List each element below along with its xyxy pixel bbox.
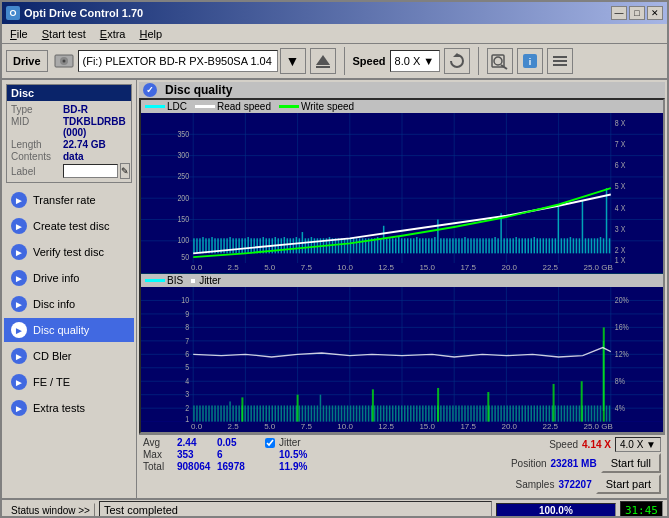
sidebar-item-drive-info[interactable]: ► Drive info (4, 266, 134, 290)
svg-rect-328 (524, 406, 526, 422)
menu-bar: File Start test Extra Help (2, 24, 667, 44)
svg-rect-167 (561, 238, 563, 253)
svg-rect-349 (588, 406, 590, 422)
info-button[interactable]: i (517, 48, 543, 74)
chart-title-bar: ✓ Disc quality (139, 82, 665, 98)
svg-rect-159 (537, 238, 539, 253)
bis-legend: BIS (145, 275, 183, 286)
svg-rect-95 (344, 238, 346, 253)
start-full-button[interactable]: Start full (601, 453, 661, 473)
extra-tests-icon: ► (11, 400, 27, 416)
jitter-avg: 10.5% (279, 449, 307, 460)
sidebar-item-create-test-disc[interactable]: ► Create test disc (4, 214, 134, 238)
svg-rect-218 (193, 406, 195, 422)
drive-select: (Fi:) PLEXTOR BD-R PX-B950SA 1.04 ▼ (52, 48, 306, 74)
svg-rect-135 (464, 237, 466, 253)
jitter-checkbox[interactable] (265, 438, 275, 448)
svg-rect-172 (576, 238, 578, 253)
sidebar-item-fe-te[interactable]: ► FE / TE (4, 370, 134, 394)
jitter-legend: Jitter (191, 275, 221, 286)
config-button[interactable] (547, 48, 573, 74)
svg-rect-56 (226, 238, 228, 253)
speed-unit-dropdown[interactable]: 4.0 X ▼ (615, 437, 661, 452)
status-bar: Status window >> Test completed 100.0% 3… (2, 498, 667, 518)
svg-rect-138 (473, 238, 475, 253)
svg-rect-282 (386, 406, 388, 422)
sidebar-item-cd-bler[interactable]: ► CD Bler (4, 344, 134, 368)
toolbar-separator-1 (344, 47, 345, 75)
menu-extra[interactable]: Extra (94, 26, 132, 42)
svg-rect-134 (461, 238, 463, 253)
svg-text:2 X: 2 X (615, 246, 626, 256)
svg-rect-179 (597, 238, 599, 253)
status-window-button[interactable]: Status window >> (6, 503, 95, 518)
progress-bar: 100.0% (496, 503, 616, 517)
stats-bar: Avg 2.44 0.05 Max 353 6 Total 908064 169… (139, 434, 665, 496)
maximize-button[interactable]: □ (629, 6, 645, 20)
svg-rect-139 (476, 238, 478, 253)
svg-rect-12 (553, 60, 567, 62)
drive-dropdown-arrow[interactable]: ▼ (280, 48, 306, 74)
svg-rect-177 (591, 238, 593, 253)
svg-rect-125 (434, 237, 436, 253)
svg-marker-3 (316, 55, 330, 65)
svg-rect-288 (404, 406, 406, 422)
speed-stat-label: Speed (549, 439, 578, 450)
svg-rect-258 (314, 406, 316, 422)
scan-button[interactable] (487, 48, 513, 74)
svg-rect-303 (449, 406, 451, 422)
svg-rect-64 (250, 238, 252, 253)
speed-dropdown[interactable]: 8.0 X ▼ (390, 50, 440, 72)
svg-rect-171 (573, 238, 575, 253)
write-speed-label: Write speed (301, 101, 354, 112)
svg-rect-305 (455, 406, 457, 422)
svg-text:7 X: 7 X (615, 139, 626, 149)
svg-rect-306 (458, 406, 460, 422)
sidebar-item-disc-quality[interactable]: ► Disc quality (4, 318, 134, 342)
label-input[interactable] (63, 164, 118, 178)
svg-rect-239 (256, 406, 258, 422)
create-test-disc-icon: ► (11, 218, 27, 234)
eject-button[interactable] (310, 48, 336, 74)
svg-rect-325 (515, 406, 517, 422)
svg-rect-231 (232, 406, 234, 422)
svg-rect-243 (268, 406, 270, 422)
svg-rect-304 (452, 406, 454, 422)
close-button[interactable]: ✕ (647, 6, 663, 20)
refresh-button[interactable] (444, 48, 470, 74)
svg-rect-324 (512, 406, 514, 422)
label-edit-button[interactable]: ✎ (120, 163, 130, 179)
start-part-button[interactable]: Start part (596, 474, 661, 494)
svg-rect-60 (238, 238, 240, 253)
title-bar: O Opti Drive Control 1.70 — □ ✕ (2, 2, 667, 24)
svg-rect-158 (534, 237, 536, 253)
svg-rect-310 (470, 406, 472, 422)
svg-rect-66 (256, 238, 258, 253)
svg-rect-245 (275, 406, 277, 422)
drive-info-icon: ► (11, 270, 27, 286)
svg-rect-157 (530, 238, 532, 253)
svg-rect-280 (380, 406, 382, 422)
svg-rect-272 (356, 406, 358, 422)
top-chart-canvas: 350 300 250 200 150 100 50 8 X 7 X (141, 113, 663, 263)
menu-file[interactable]: File (4, 26, 34, 42)
jitter-max: 11.9% (279, 461, 307, 472)
menu-starttest[interactable]: Start test (36, 26, 92, 42)
sidebar-item-transfer-rate[interactable]: ► Transfer rate (4, 188, 134, 212)
sidebar-item-disc-info[interactable]: ► Disc info (4, 292, 134, 316)
read-speed-legend: Read speed (195, 101, 271, 112)
svg-rect-358 (297, 395, 299, 422)
svg-rect-256 (308, 406, 310, 422)
drive-dropdown[interactable]: (Fi:) PLEXTOR BD-R PX-B950SA 1.04 (78, 50, 278, 72)
menu-help[interactable]: Help (133, 26, 168, 42)
disc-panel: Disc Type BD-R MID TDKBLDRBB (000) Lengt… (6, 84, 132, 183)
svg-text:8%: 8% (615, 375, 626, 386)
read-speed-label: Read speed (217, 101, 271, 112)
sidebar-item-verify-test-disc[interactable]: ► Verify test disc (4, 240, 134, 264)
time-display: 31:45 (620, 501, 663, 518)
sidebar-item-extra-tests[interactable]: ► Extra tests (4, 396, 134, 420)
minimize-button[interactable]: — (611, 6, 627, 20)
svg-text:3 X: 3 X (615, 224, 626, 234)
svg-rect-292 (416, 406, 418, 422)
svg-text:4: 4 (185, 375, 189, 386)
